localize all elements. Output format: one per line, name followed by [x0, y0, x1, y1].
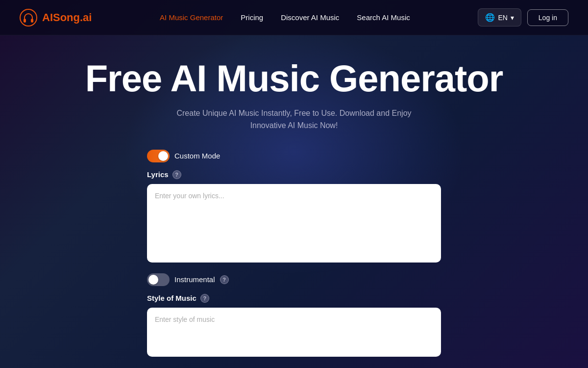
headphones-icon — [20, 9, 37, 26]
instrumental-label: Instrumental — [174, 275, 215, 284]
custom-mode-row: Custom Mode — [147, 150, 441, 162]
lyrics-label-row: Lyrics ? — [147, 170, 441, 179]
instrumental-row: Instrumental ? — [147, 273, 441, 286]
lyrics-label-text: Lyrics — [147, 170, 169, 179]
instrumental-slider — [147, 273, 170, 286]
style-label-row: Style of Music ? — [147, 294, 441, 303]
chevron-down-icon: ▾ — [511, 14, 514, 22]
svg-point-0 — [20, 9, 37, 26]
nav-discover[interactable]: Discover AI Music — [281, 13, 339, 22]
lang-label: EN — [498, 14, 507, 22]
main-content: Free AI Music Generator Create Unique AI… — [0, 35, 588, 359]
custom-mode-slider — [147, 150, 170, 162]
custom-mode-toggle[interactable] — [147, 150, 170, 162]
hero-title: Free AI Music Generator — [85, 59, 503, 98]
svg-rect-1 — [24, 19, 26, 23]
nav-links: AI Music Generator Pricing Discover AI M… — [160, 13, 410, 22]
style-input[interactable] — [147, 308, 441, 357]
lyrics-help-icon[interactable]: ? — [172, 170, 181, 179]
hero-subtitle: Create Unique AI Music Instantly, Free t… — [176, 107, 412, 132]
logo-text: AISong.ai — [42, 11, 92, 24]
style-help-icon[interactable]: ? — [200, 294, 209, 303]
custom-mode-label: Custom Mode — [174, 152, 220, 160]
navbar: AISong.ai AI Music Generator Pricing Dis… — [0, 0, 588, 35]
form-container: Custom Mode Lyrics ? Instrumental ? Styl… — [147, 150, 441, 359]
instrumental-toggle[interactable] — [147, 273, 170, 286]
globe-icon: 🌐 — [485, 13, 495, 22]
logo[interactable]: AISong.ai — [20, 9, 92, 26]
nav-ai-music-generator[interactable]: AI Music Generator — [160, 13, 223, 22]
lyrics-input[interactable] — [147, 184, 441, 263]
nav-right: 🌐 EN ▾ Log in — [478, 8, 568, 26]
nav-search[interactable]: Search AI Music — [357, 13, 410, 22]
login-button[interactable]: Log in — [527, 9, 568, 26]
nav-pricing[interactable]: Pricing — [241, 13, 263, 22]
svg-rect-2 — [31, 19, 33, 23]
style-label-text: Style of Music — [147, 294, 196, 302]
language-button[interactable]: 🌐 EN ▾ — [478, 8, 521, 26]
instrumental-help-icon[interactable]: ? — [220, 275, 229, 284]
